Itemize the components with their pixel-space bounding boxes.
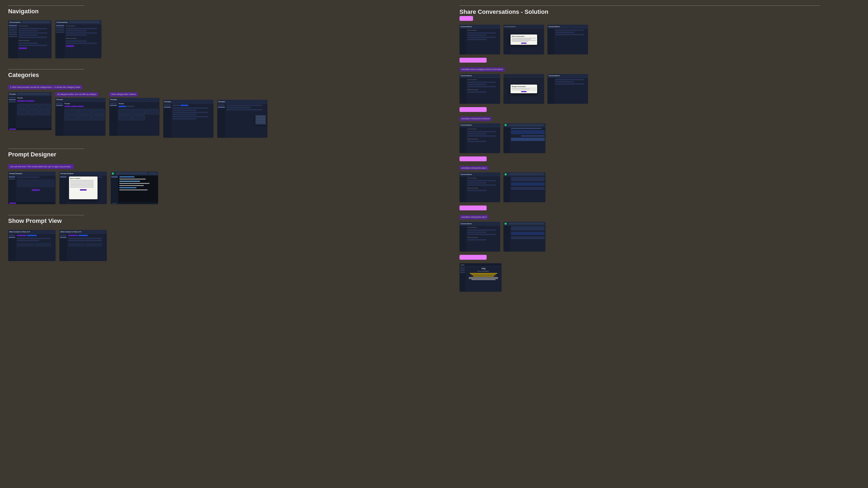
share-card-1-3[interactable]: Conversations xyxy=(547,25,588,55)
cat4-tab1 xyxy=(173,105,180,106)
sc41-title: Conversations xyxy=(461,173,472,175)
cat-screenshot-2[interactable]: Prompts Prompts xyxy=(55,98,105,136)
pd3-code2 xyxy=(119,178,146,180)
cat4-r1 xyxy=(173,107,208,109)
nav-screenshot-2[interactable]: Conversations Your Conversatio xyxy=(55,20,101,58)
pd3-s1 xyxy=(111,176,118,177)
sc51-r3 xyxy=(467,234,496,235)
share-card-2-3[interactable]: Conversations xyxy=(547,74,588,104)
sc51-r1 xyxy=(467,229,496,231)
cat2-tag2 xyxy=(71,106,77,107)
section-title-prompt-designer: Prompt Designer xyxy=(8,151,443,158)
share-card-1-1[interactable]: Conversations Your Conversations xyxy=(460,25,500,55)
section-header-categories: Categories xyxy=(8,69,443,80)
cat-screenshot-4[interactable]: Prompts xyxy=(163,100,214,138)
sc11-label: Your Conversations xyxy=(467,30,499,31)
share-group-2: annotation about managing shared convers… xyxy=(460,57,860,104)
share-group-3: annotation sharing flow continued Conver… xyxy=(460,106,860,153)
sc11-r3 xyxy=(467,37,496,38)
share-annotation-5: annotation sharing flow step 5 xyxy=(460,215,489,219)
sc21-r1 xyxy=(467,82,496,83)
cat4-r3 xyxy=(173,112,208,113)
share-card-3-2[interactable] xyxy=(503,123,546,153)
cat2-s2 xyxy=(56,105,63,106)
pd-screenshot-3[interactable] xyxy=(111,172,158,204)
sidebar-item-3 xyxy=(9,29,17,31)
sc22-dl3 xyxy=(512,90,536,90)
cat5-title: Prompts xyxy=(218,101,225,102)
sc12-bg-title: Conversations xyxy=(504,26,516,27)
nav2-sidebar-1 xyxy=(56,25,64,26)
share-card-2-2[interactable]: Manage Conversation xyxy=(503,74,544,104)
cat-group-2: All categories listed, user can filter b… xyxy=(55,92,105,136)
share-card-5-1[interactable]: Conversations Your Conversations Shared … xyxy=(460,222,500,252)
pd-screenshot-1[interactable]: Prompt Designer xyxy=(8,172,56,204)
faq-card[interactable]: admin FAQ You can ask abou xyxy=(460,263,501,292)
cat-group-5: Prompts xyxy=(217,92,268,138)
pd1-run-btn xyxy=(32,189,40,191)
share-group-1: Conversations Your Conversations xyxy=(460,15,860,55)
pd-screenshot-2[interactable]: Prompt Designer Select Template xyxy=(59,172,107,204)
nav2-row2 xyxy=(66,30,87,31)
share-card-1-2[interactable]: Conversations Share Conversation xyxy=(503,25,544,55)
sc32-bubble2 xyxy=(521,135,545,136)
nav1-input xyxy=(22,21,50,23)
right-section-title: Share Conversations - Solution xyxy=(460,8,549,15)
cat2-header: Prompts xyxy=(65,103,104,104)
share-card-5-2[interactable] xyxy=(503,222,546,252)
share-tag-5 xyxy=(460,205,487,210)
right-divider xyxy=(460,5,820,6)
sidebar-item-4 xyxy=(9,31,17,33)
cat2-g5 xyxy=(78,115,91,120)
share-card-2-1[interactable]: Conversations Your Conversations Shared … xyxy=(460,74,500,104)
sc41-r1 xyxy=(467,180,496,182)
share-group-4: annotation sharing flow step 4 Conversat… xyxy=(460,156,860,202)
pd3-code6 xyxy=(119,187,136,188)
share-card-4-2[interactable] xyxy=(503,172,546,202)
faq-s3 xyxy=(460,272,465,273)
cat3-s2 xyxy=(110,105,117,106)
share-card-3-1[interactable]: Conversations Your Conversations Shared … xyxy=(460,123,500,153)
sc51-title: Conversations xyxy=(461,223,472,225)
navigation-screenshots: Conversations xyxy=(8,20,443,58)
sc13-title: Conversations xyxy=(549,26,560,27)
cat-annotation-3: Show category tabs / Authors xyxy=(109,92,138,97)
spv-screenshot-1[interactable]: Write Content in Voice of X xyxy=(8,230,56,261)
cat2-title: Prompts xyxy=(56,99,63,100)
drop-item-5 xyxy=(256,122,265,123)
sc32-chat1 xyxy=(511,130,545,134)
cat3-g1 xyxy=(119,109,131,115)
spv2-box1 xyxy=(68,243,85,247)
sc52-chat3 xyxy=(511,236,545,239)
sidebar-item-1 xyxy=(9,25,17,26)
faq-para2 xyxy=(469,278,498,279)
share-screenshots-5: Conversations Your Conversations Shared … xyxy=(460,222,860,252)
share-card-4-1[interactable]: Conversations Your Conversations Shared … xyxy=(460,172,500,202)
sc32-chat2 xyxy=(511,138,545,141)
sc12-dl2 xyxy=(512,39,531,40)
cat3-g5 xyxy=(132,115,145,120)
cat3-title: Prompts xyxy=(111,99,117,100)
sc13-r3 xyxy=(555,34,584,35)
sc51-shared-label: Shared Conversations xyxy=(467,237,499,238)
nav-screenshot-1[interactable]: Conversations xyxy=(8,20,52,58)
nav1-row4 xyxy=(19,34,38,36)
sc31-shared-label: Shared Conversations xyxy=(467,138,499,140)
sc21-r3 xyxy=(467,86,496,87)
cat-screenshot-1[interactable]: Prompts Prompts xyxy=(8,92,52,130)
cat4-s1 xyxy=(164,104,171,106)
spv-screenshot-2[interactable]: Write Content in Voice of X xyxy=(59,230,107,261)
section-divider-categories xyxy=(8,69,84,69)
section-show-prompt-view: Show Prompt View Write Content in Voice … xyxy=(8,215,443,261)
categories-screenshots: Prompts Prompts xyxy=(8,92,443,138)
pd1-s1 xyxy=(9,176,15,177)
sc23-title: Conversations xyxy=(549,75,560,76)
spv1-tag1 xyxy=(17,235,26,236)
cat3-g4 xyxy=(119,115,131,120)
sc12-dialog-title: Share Conversation xyxy=(512,35,536,37)
cat-screenshot-5[interactable]: Prompts xyxy=(217,100,268,138)
nav2-shared-label: Shared Conversations xyxy=(66,38,100,39)
pd3-code1 xyxy=(119,176,134,177)
faq-para3 xyxy=(471,279,496,280)
cat-screenshot-3[interactable]: Prompts Prompts xyxy=(109,98,159,136)
